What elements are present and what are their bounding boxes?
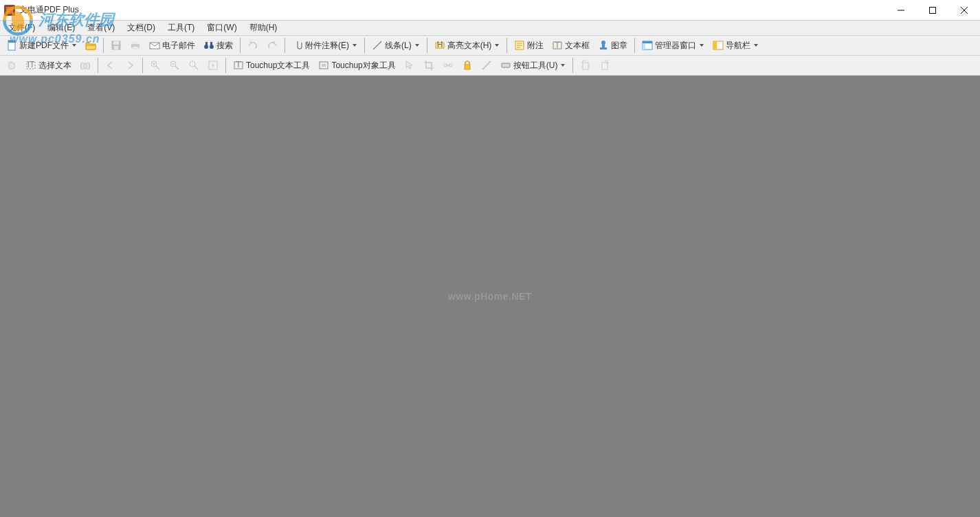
snapshot-button[interactable] (76, 57, 94, 74)
svg-rect-10 (133, 41, 138, 44)
maximize-button[interactable] (917, 0, 948, 21)
attach-comment-button[interactable]: 附件注释(E) (289, 37, 361, 54)
app-icon (4, 5, 15, 16)
select-text-button[interactable]: IT 选择文本 (22, 57, 75, 74)
print-button[interactable] (126, 37, 144, 54)
highlight-label: 高亮文本(H) (447, 40, 492, 52)
chevron-down-icon (560, 64, 566, 67)
menu-window[interactable]: 窗口(W) (201, 21, 242, 35)
save-button[interactable] (107, 37, 125, 54)
email-button[interactable]: 电子邮件 (146, 37, 199, 54)
folder-open-icon (85, 40, 96, 51)
chevron-down-icon (753, 44, 759, 47)
svg-rect-61 (602, 63, 608, 69)
menu-tools[interactable]: 工具(T) (162, 21, 200, 35)
button-tool-button[interactable]: 按钮工具(U) (497, 57, 570, 74)
binoculars-icon (203, 40, 214, 51)
textbox-label: 文本框 (565, 40, 590, 52)
security-button[interactable] (458, 57, 476, 74)
note-label: 附注 (527, 40, 544, 52)
redo-icon (267, 40, 278, 51)
highlight-icon: H (434, 40, 445, 51)
svg-rect-26 (600, 47, 607, 50)
svg-rect-1 (930, 8, 936, 14)
redo-button[interactable] (263, 37, 281, 54)
rotate-ccw-icon (580, 60, 591, 71)
search-button[interactable]: 搜索 (200, 37, 236, 54)
toolbar-secondary: IT 选择文本 T Touchup文本工具 Touchup对象工具 (0, 56, 980, 76)
zoom-icon (188, 60, 199, 71)
next-page-button[interactable] (121, 57, 139, 74)
prev-page-button[interactable] (102, 57, 120, 74)
svg-rect-60 (583, 63, 588, 69)
svg-line-58 (482, 61, 491, 69)
menu-edit[interactable]: 编辑(E) (42, 21, 80, 35)
window-icon (642, 40, 653, 51)
crop-button[interactable] (420, 57, 438, 74)
minimize-button[interactable] (885, 0, 917, 21)
new-pdf-button[interactable]: 新建PDF文件 (3, 37, 80, 54)
app-title: 文电通PDF Plus (19, 4, 79, 16)
arrow-right-icon (124, 60, 135, 71)
menu-document[interactable]: 文档(D) (122, 21, 161, 35)
svg-rect-31 (643, 43, 645, 50)
content-watermark: www.pHome.NET (448, 291, 532, 302)
svg-line-39 (156, 66, 159, 69)
svg-rect-59 (502, 63, 510, 67)
close-button[interactable] (948, 0, 980, 21)
menu-help[interactable]: 帮助(H) (244, 21, 283, 35)
rotate-left-button[interactable] (577, 57, 594, 74)
svg-rect-5 (8, 41, 15, 43)
touchup-object-button[interactable]: Touchup对象工具 (315, 57, 399, 74)
svg-rect-8 (114, 46, 118, 50)
navbar-button[interactable]: 导航栏 (709, 37, 762, 54)
open-button[interactable] (82, 37, 100, 54)
manager-window-button[interactable]: 管理器窗口 (638, 37, 708, 54)
menu-view[interactable]: 查看(V) (82, 21, 120, 35)
note-icon (514, 40, 525, 51)
text-select-icon: IT (25, 60, 36, 71)
touchup-text-icon: T (233, 60, 244, 71)
zoom-in-button[interactable] (146, 57, 164, 74)
navbar-label: 导航栏 (726, 40, 750, 52)
pointer-tool-button[interactable] (401, 57, 419, 74)
zoom-marquee-button[interactable] (185, 57, 203, 74)
svg-rect-16 (210, 42, 212, 45)
undo-icon (247, 40, 258, 51)
undo-button[interactable] (244, 37, 262, 54)
touchup-text-label: Touchup文本工具 (246, 60, 310, 72)
stamp-icon (598, 40, 609, 51)
button-tool-label: 按钮工具(U) (513, 60, 558, 72)
new-pdf-label: 新建PDF文件 (19, 40, 69, 52)
fit-page-button[interactable] (204, 57, 222, 74)
highlight-button[interactable]: H 高亮文本(H) (431, 37, 504, 54)
menubar: 文件(F) 编辑(E) 查看(V) 文档(D) 工具(T) 窗口(W) 帮助(H… (0, 21, 980, 36)
stamp-button[interactable]: 图章 (594, 37, 631, 54)
note-button[interactable]: 附注 (511, 37, 547, 54)
manager-window-label: 管理器窗口 (655, 40, 696, 52)
chevron-down-icon (414, 44, 420, 47)
stamp-label: 图章 (611, 40, 627, 52)
link-button[interactable] (439, 57, 457, 74)
touchup-text-button[interactable]: T Touchup文本工具 (230, 57, 313, 74)
lines-button[interactable]: 线条(L) (368, 37, 423, 54)
hand-tool-button[interactable] (3, 57, 21, 74)
measure-button[interactable] (478, 57, 495, 74)
menu-file[interactable]: 文件(F) (3, 21, 41, 35)
attach-comment-label: 附件注释(E) (305, 40, 349, 52)
ruler-icon (481, 60, 492, 71)
svg-point-28 (601, 41, 605, 45)
sidebar-icon (713, 40, 724, 51)
search-label: 搜索 (216, 40, 233, 52)
lines-label: 线条(L) (385, 40, 412, 52)
titlebar: 文电通PDF Plus (0, 0, 980, 21)
svg-line-17 (373, 41, 381, 50)
svg-line-46 (194, 66, 198, 69)
rotate-right-button[interactable] (596, 57, 614, 74)
chevron-down-icon (494, 44, 500, 47)
arrow-left-icon (105, 60, 116, 71)
zoom-out-button[interactable] (166, 57, 183, 74)
attachment-icon (292, 40, 303, 51)
textbox-button[interactable]: T 文本框 (548, 37, 593, 54)
email-label: 电子邮件 (162, 40, 195, 52)
